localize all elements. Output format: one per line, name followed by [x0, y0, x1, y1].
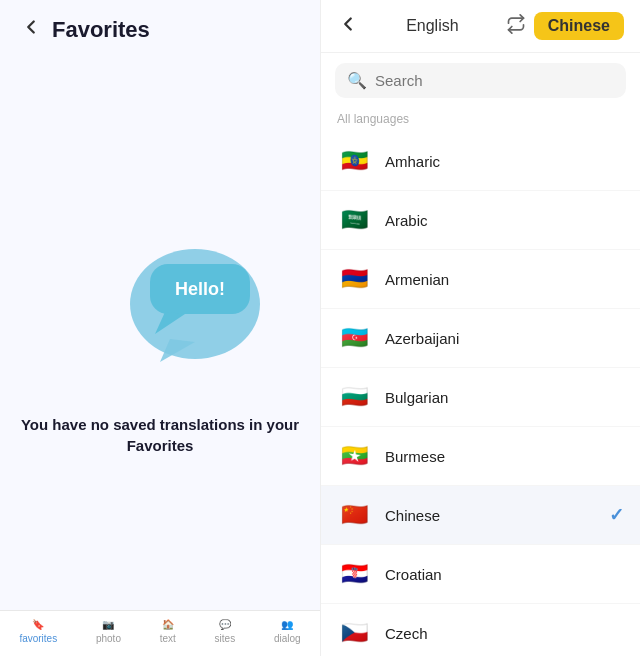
- search-icon: 🔍: [347, 71, 367, 90]
- back-button-left[interactable]: [20, 16, 42, 43]
- language-list: 🇪🇹Amharic🇸🇦Arabic🇦🇲Armenian🇦🇿Azerbaijani…: [321, 132, 640, 656]
- flag-icon: 🇨🇳: [337, 498, 371, 532]
- language-item[interactable]: 🇨🇿Czech: [321, 604, 640, 656]
- language-item[interactable]: 🇲🇲Burmese: [321, 427, 640, 486]
- language-item[interactable]: 🇸🇦Arabic: [321, 191, 640, 250]
- section-label: All languages: [321, 108, 640, 132]
- nav-dialog[interactable]: 👥 dialog: [274, 619, 301, 644]
- language-name: Croatian: [385, 566, 624, 583]
- nav-dialog-label: dialog: [274, 633, 301, 644]
- language-item[interactable]: 🇨🇳Chinese✓: [321, 486, 640, 545]
- left-panel: Favorites Hello!: [0, 0, 320, 656]
- swap-languages-button[interactable]: [506, 14, 526, 38]
- language-name: Burmese: [385, 448, 624, 465]
- language-item[interactable]: 🇪🇹Amharic: [321, 132, 640, 191]
- flag-icon: 🇧🇬: [337, 380, 371, 414]
- language-name: Chinese: [385, 507, 595, 524]
- nav-text-label: text: [160, 633, 176, 644]
- photo-icon: 📷: [102, 619, 114, 630]
- flag-icon: 🇦🇿: [337, 321, 371, 355]
- language-item[interactable]: 🇭🇷Croatian: [321, 545, 640, 604]
- language-item[interactable]: 🇦🇿Azerbaijani: [321, 309, 640, 368]
- bottom-nav: 🔖 favorites 📷 photo 🏠 text 💬 sites 👥 dia…: [0, 610, 320, 656]
- nav-sites-label: sites: [215, 633, 236, 644]
- source-language: English: [367, 17, 498, 35]
- flag-icon: 🇲🇲: [337, 439, 371, 473]
- svg-text:Hello!: Hello!: [175, 279, 225, 299]
- language-name: Armenian: [385, 271, 624, 288]
- flag-icon: 🇦🇲: [337, 262, 371, 296]
- sites-icon: 💬: [219, 619, 231, 630]
- language-item[interactable]: 🇧🇬Bulgarian: [321, 368, 640, 427]
- language-name: Amharic: [385, 153, 624, 170]
- language-name: Arabic: [385, 212, 624, 229]
- flag-icon: 🇸🇦: [337, 203, 371, 237]
- right-panel: English Chinese 🔍 All languages 🇪🇹Amhari…: [320, 0, 640, 656]
- dialog-icon: 👥: [281, 619, 293, 630]
- target-language-button[interactable]: Chinese: [534, 12, 624, 40]
- language-name: Czech: [385, 625, 624, 642]
- nav-photo[interactable]: 📷 photo: [96, 619, 121, 644]
- nav-text[interactable]: 🏠 text: [160, 619, 176, 644]
- search-input[interactable]: [375, 72, 614, 89]
- back-button-right[interactable]: [337, 13, 359, 40]
- nav-photo-label: photo: [96, 633, 121, 644]
- favorites-content: Hello!: [0, 59, 320, 610]
- favorites-icon: 🔖: [32, 619, 44, 630]
- text-icon: 🏠: [162, 619, 174, 630]
- empty-state-text: You have no saved translations in your F…: [20, 414, 300, 456]
- language-selector-header: English Chinese: [321, 0, 640, 53]
- search-bar: 🔍: [335, 63, 626, 98]
- nav-favorites[interactable]: 🔖 favorites: [19, 619, 57, 644]
- nav-favorites-label: favorites: [19, 633, 57, 644]
- language-item[interactable]: 🇦🇲Armenian: [321, 250, 640, 309]
- language-name: Bulgarian: [385, 389, 624, 406]
- left-header: Favorites: [0, 0, 320, 59]
- flag-icon: 🇭🇷: [337, 557, 371, 591]
- language-name: Azerbaijani: [385, 330, 624, 347]
- flag-icon: 🇨🇿: [337, 616, 371, 650]
- nav-sites[interactable]: 💬 sites: [215, 619, 236, 644]
- empty-illustration: Hello!: [50, 214, 270, 394]
- flag-icon: 🇪🇹: [337, 144, 371, 178]
- selected-check-icon: ✓: [609, 504, 624, 526]
- page-title: Favorites: [52, 17, 150, 43]
